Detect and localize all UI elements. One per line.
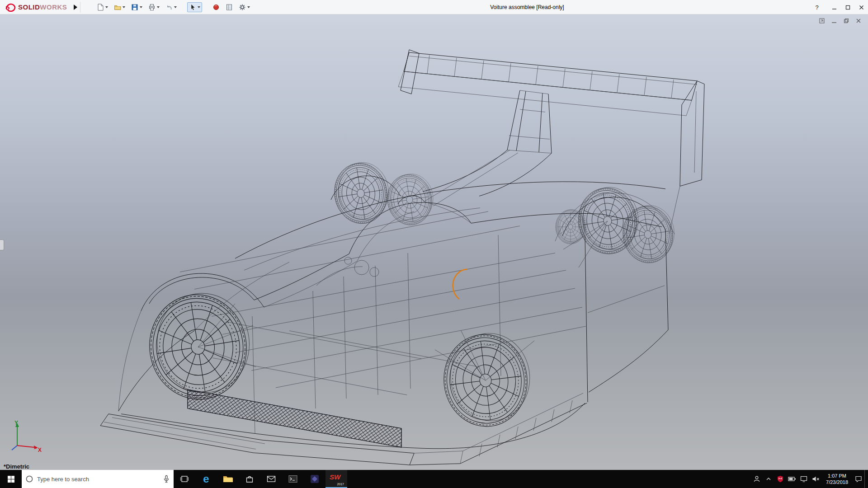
start-button[interactable] — [0, 470, 22, 488]
options-button[interactable] — [237, 2, 252, 12]
print-icon — [148, 4, 156, 11]
rear-left-wheel[interactable] — [439, 329, 535, 432]
help-button[interactable]: ? — [810, 0, 824, 14]
tray-overflow-button[interactable] — [763, 470, 774, 488]
store-icon — [245, 475, 254, 483]
dropdown-caret-icon[interactable] — [174, 6, 177, 8]
reference-triad: Y X — [8, 419, 44, 453]
graphics-viewport[interactable]: Y X *Dimetric — [0, 14, 868, 470]
restore-icon — [843, 18, 849, 24]
search-input[interactable] — [37, 476, 159, 483]
triad-x-label: X — [38, 447, 42, 453]
close-icon — [855, 18, 862, 24]
document-restore-button[interactable] — [842, 17, 850, 25]
design-table-icon — [226, 4, 233, 11]
file-explorer-icon — [223, 475, 233, 483]
battery-button[interactable] — [786, 470, 798, 488]
terminal-icon — [288, 475, 297, 483]
front-right-inner-rim[interactable] — [384, 171, 437, 228]
brand-text-bold: SOLID — [18, 3, 40, 11]
file-explorer-button[interactable] — [217, 470, 239, 488]
dropdown-caret-icon[interactable] — [157, 6, 160, 8]
view-orientation-label: *Dimetric — [4, 463, 29, 470]
cortana-icon — [25, 475, 33, 483]
edge-icon: e — [203, 474, 209, 484]
windows-logo-icon — [7, 475, 15, 483]
app-button[interactable] — [304, 470, 326, 488]
display-icon — [800, 476, 807, 482]
design-table-button[interactable] — [224, 2, 235, 12]
xpress-tools-button[interactable] — [211, 2, 222, 12]
undo-button[interactable] — [164, 2, 179, 12]
app-icon — [310, 474, 319, 483]
dropdown-caret-icon[interactable] — [247, 6, 250, 8]
save-button[interactable] — [129, 2, 144, 12]
selected-edge-highlight[interactable] — [453, 269, 467, 299]
volume-button[interactable] — [810, 470, 821, 488]
help-icon: ? — [815, 4, 818, 11]
document-close-button[interactable] — [854, 17, 863, 25]
dropdown-caret-icon[interactable] — [123, 6, 125, 8]
dropdown-caret-icon[interactable] — [140, 6, 142, 8]
floor-splitter[interactable] — [100, 389, 587, 465]
solidworks-window: SOLIDWORKS — [0, 0, 868, 488]
undo-icon — [165, 4, 173, 11]
select-cursor-icon — [189, 4, 196, 11]
document-window-controls — [818, 17, 863, 25]
mail-button[interactable] — [260, 470, 282, 488]
maximize-button[interactable] — [841, 0, 854, 14]
action-center-button[interactable] — [853, 470, 864, 488]
select-button[interactable] — [187, 2, 202, 12]
microphone-icon[interactable] — [163, 475, 170, 483]
solidworks-app-icon: SW 2017 — [330, 473, 343, 485]
clock-date: 7/23/2018 — [826, 479, 848, 485]
document-minimize-button[interactable] — [830, 17, 838, 25]
open-folder-icon — [114, 4, 121, 11]
action-center-icon — [855, 475, 862, 483]
rear-wing[interactable] — [398, 50, 704, 234]
solidworks-taskbar-button[interactable]: SW 2017 — [326, 470, 347, 488]
antivirus-button[interactable] — [774, 470, 786, 488]
task-view-icon — [180, 475, 189, 483]
front-right-wheel[interactable] — [330, 159, 393, 227]
store-button[interactable] — [239, 470, 260, 488]
close-button[interactable] — [854, 0, 868, 14]
antivirus-shield-icon — [777, 475, 783, 483]
battery-icon — [788, 476, 796, 482]
system-tray: 1:07 PM 7/23/2018 — [751, 470, 868, 488]
minimize-button[interactable] — [827, 0, 841, 14]
left-panel-flyout-tab[interactable] — [0, 239, 4, 250]
toolbar-flyout-arrow[interactable] — [71, 2, 80, 13]
rear-right-outer-rim[interactable] — [619, 202, 679, 267]
save-icon — [131, 4, 138, 11]
terminal-button[interactable] — [282, 470, 304, 488]
triad-y-label: Y — [14, 420, 18, 426]
dropdown-caret-icon[interactable] — [105, 6, 108, 8]
show-desktop-button[interactable] — [864, 470, 868, 488]
dropdown-caret-icon[interactable] — [198, 6, 200, 8]
minimize-icon — [832, 5, 837, 10]
new-document-button[interactable] — [95, 2, 110, 12]
document-title: Voiture assomblee [Read-only] — [490, 0, 564, 14]
mail-icon — [267, 475, 276, 483]
dock-button[interactable] — [818, 17, 826, 25]
display-button[interactable] — [798, 470, 810, 488]
dock-icon — [819, 18, 825, 24]
titlebar: SOLIDWORKS — [0, 0, 868, 14]
task-view-button[interactable] — [174, 470, 195, 488]
people-icon — [753, 475, 760, 483]
print-button[interactable] — [146, 2, 161, 12]
people-button[interactable] — [751, 470, 763, 488]
wireframe-car-model[interactable] — [0, 14, 868, 470]
minimize-icon — [831, 18, 837, 24]
edge-button[interactable]: e — [195, 470, 217, 488]
new-document-icon — [97, 4, 104, 11]
brand-text-light: WORKS — [40, 3, 67, 11]
chevron-up-icon — [765, 476, 772, 482]
taskbar-search[interactable] — [22, 470, 174, 488]
taskbar-clock[interactable]: 1:07 PM 7/23/2018 — [821, 470, 853, 488]
open-button[interactable] — [112, 2, 127, 12]
window-controls: ? — [810, 0, 868, 14]
volume-muted-icon — [812, 476, 820, 482]
rear-brake-disc[interactable] — [556, 210, 586, 244]
